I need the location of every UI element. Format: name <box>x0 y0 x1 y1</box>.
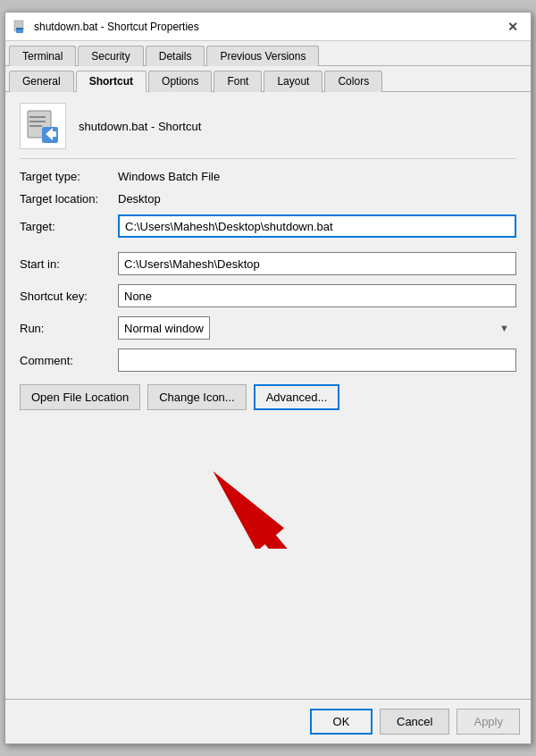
run-label: Run: <box>20 322 118 335</box>
shortcut-key-label: Shortcut key: <box>20 290 118 303</box>
tab-terminal[interactable]: Terminal <box>9 46 76 66</box>
target-type-label: Target type: <box>20 170 118 183</box>
run-select-wrapper: Normal window Minimized Maximized ▼ <box>118 316 516 340</box>
apply-button[interactable]: Apply <box>456 709 520 735</box>
start-in-label: Start in: <box>20 257 118 271</box>
start-in-input[interactable] <box>118 252 516 275</box>
svg-rect-4 <box>29 116 46 118</box>
tab-general[interactable]: General <box>9 71 74 92</box>
run-select[interactable]: Normal window Minimized Maximized <box>118 316 210 340</box>
advanced-button[interactable]: Advanced... <box>254 384 340 410</box>
tabs-row-1: Terminal Security Details Previous Versi… <box>5 41 531 66</box>
red-arrow-svg <box>170 415 366 549</box>
target-label: Target: <box>20 220 118 233</box>
bottom-bar: OK Cancel Apply <box>5 699 531 743</box>
tab-details[interactable]: Details <box>146 46 205 66</box>
action-buttons: Open File Location Change Icon... Advanc… <box>20 384 516 410</box>
tabs-row-2: General Shortcut Options Font Layout Col… <box>5 66 531 92</box>
dropdown-arrow-icon: ▼ <box>499 323 509 333</box>
run-row: Run: Normal window Minimized Maximized ▼ <box>20 316 516 340</box>
open-file-location-button[interactable]: Open File Location <box>20 384 140 410</box>
svg-rect-6 <box>29 125 42 127</box>
change-icon-button[interactable]: Change Icon... <box>147 384 247 410</box>
tab-options[interactable]: Options <box>148 71 212 92</box>
target-input[interactable] <box>118 214 516 238</box>
window-icon <box>13 19 29 35</box>
target-location-value: Desktop <box>118 192 161 206</box>
tab-content: shutdown.bat - Shortcut Target type: Win… <box>5 92 531 699</box>
title-bar: shutdown.bat - Shortcut Properties ✕ <box>5 13 531 41</box>
file-icon <box>20 103 66 149</box>
comment-label: Comment: <box>20 354 118 367</box>
arrow-annotation <box>20 410 516 553</box>
shortcut-key-input[interactable] <box>118 284 516 307</box>
target-location-label: Target location: <box>20 192 118 206</box>
svg-marker-2 <box>16 28 23 29</box>
shortcut-key-row: Shortcut key: <box>20 284 516 307</box>
start-in-row: Start in: <box>20 252 516 275</box>
ok-button[interactable]: OK <box>310 709 373 735</box>
tab-layout[interactable]: Layout <box>264 71 322 92</box>
target-location-row: Target location: Desktop <box>20 192 516 206</box>
tab-shortcut[interactable]: Shortcut <box>76 71 147 92</box>
cancel-button[interactable]: Cancel <box>380 709 449 735</box>
file-header: shutdown.bat - Shortcut <box>20 103 516 159</box>
shortcut-name: shutdown.bat - Shortcut <box>79 120 201 133</box>
tab-font[interactable]: Font <box>214 71 262 92</box>
close-button[interactable]: ✕ <box>502 18 523 36</box>
window-title: shutdown.bat - Shortcut Properties <box>34 21 502 33</box>
comment-input[interactable] <box>118 349 516 372</box>
target-type-row: Target type: Windows Batch File <box>20 170 516 183</box>
tab-previous-versions[interactable]: Previous Versions <box>206 46 319 66</box>
svg-rect-5 <box>29 121 46 122</box>
tab-security[interactable]: Security <box>78 46 143 66</box>
target-row: Target: <box>20 214 516 238</box>
tab-colors[interactable]: Colors <box>324 71 382 92</box>
properties-window: shutdown.bat - Shortcut Properties ✕ Ter… <box>4 12 532 744</box>
target-type-value: Windows Batch File <box>118 170 220 183</box>
comment-row: Comment: <box>20 349 516 372</box>
